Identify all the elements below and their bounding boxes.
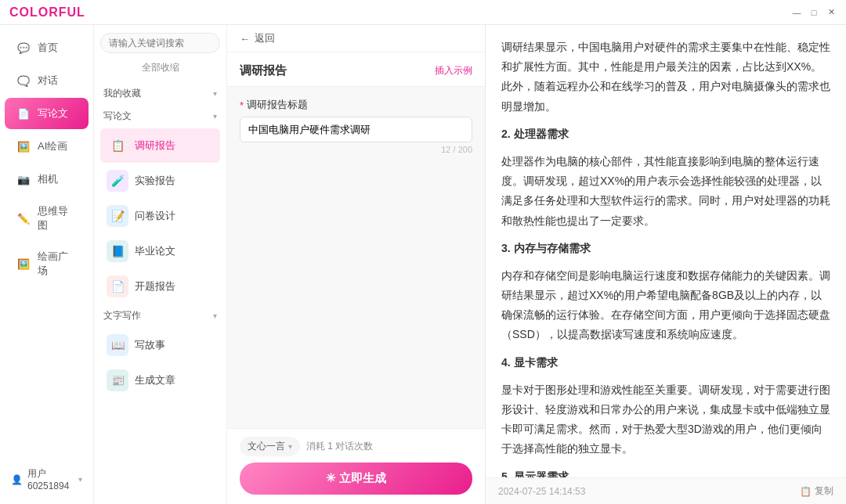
- content-para-4: 内存和存储空间是影响电脑运行速度和数据存储能力的关键因素。调研结果显示，超过XX…: [501, 266, 830, 345]
- form-footer-top: 文心一言 ▾ 消耗 1 对话次数: [240, 437, 472, 456]
- template-article[interactable]: 📰 生成文章: [100, 363, 220, 398]
- template-panel: 全部收缩 我的收藏 ▾ 写论文 ▾ 📋 调研报告 🧪 实验报告 📝 问: [94, 25, 227, 504]
- copy-icon: 📋: [800, 486, 812, 497]
- form-title: 调研报告: [240, 63, 287, 78]
- template-list: 我的收藏 ▾ 写论文 ▾ 📋 调研报告 🧪 实验报告 📝 问卷设计 📘: [94, 79, 226, 504]
- nav-label-camera: 相机: [38, 172, 58, 186]
- article-icon: 📰: [107, 369, 128, 391]
- nav-label-gallery: 绘画广场: [38, 250, 78, 278]
- template-questionnaire-label: 问卷设计: [135, 209, 175, 223]
- field-report-title: * 调研报告标题 12 / 200: [240, 98, 472, 154]
- window-controls: — □ ✕: [791, 7, 837, 18]
- nav-label-write: 写论文: [38, 106, 68, 121]
- title-bar: COLORFUL — □ ✕: [0, 0, 846, 25]
- nav-label-mindmap: 思维导图: [38, 204, 78, 232]
- section-writing[interactable]: 文字写作 ▾: [100, 304, 220, 327]
- copy-button[interactable]: 📋 复制: [800, 484, 833, 498]
- thesis-icon: 📘: [107, 240, 128, 262]
- nav-label-ai-draw: AI绘画: [38, 139, 67, 153]
- form-panel: ← 返回 调研报告 插入示例 * 调研报告标题 12 / 200: [227, 25, 486, 504]
- template-questionnaire[interactable]: 📝 问卷设计: [100, 199, 220, 233]
- collapse-all-button[interactable]: 全部收缩: [94, 58, 226, 79]
- nav-item-dialog[interactable]: 🗨️ 对话: [5, 65, 89, 96]
- search-input[interactable]: [100, 33, 220, 53]
- write-icon: 📄: [16, 106, 31, 121]
- content-para-1: 2. 处理器需求: [501, 124, 830, 144]
- section-writing-label: 文字写作: [103, 309, 141, 322]
- user-label: 用户60251894: [27, 467, 74, 491]
- form-header: 调研报告 插入示例: [227, 52, 485, 87]
- model-chevron-icon: ▾: [288, 442, 292, 451]
- nav-item-gallery[interactable]: 🖼️ 绘画广场: [5, 242, 89, 286]
- content-para-5: 4. 显卡需求: [501, 353, 830, 373]
- template-proposal-label: 开题报告: [135, 279, 175, 293]
- proposal-icon: 📄: [107, 275, 128, 297]
- close-button[interactable]: ✕: [826, 7, 837, 18]
- main-layout: 💬 首页 🗨️ 对话 📄 写论文 🖼️ AI绘画 📷 相机 ✏️ 思维导图 🖼️…: [0, 25, 846, 504]
- char-count: 12 / 200: [240, 145, 472, 154]
- home-icon: 💬: [16, 40, 31, 56]
- nav-item-write[interactable]: 📄 写论文: [5, 98, 89, 129]
- template-research-report[interactable]: 📋 调研报告: [100, 128, 220, 163]
- search-area: [94, 25, 226, 58]
- nav-label-home: 首页: [38, 41, 58, 55]
- template-experiment-label: 实验报告: [135, 174, 175, 188]
- questionnaire-icon: 📝: [107, 205, 128, 227]
- section-paper-label: 写论文: [103, 110, 132, 123]
- nav-item-home[interactable]: 💬 首页: [5, 32, 89, 63]
- ai-model-label: 文心一言: [248, 440, 285, 453]
- generate-button[interactable]: ✳ 立即生成: [240, 463, 472, 495]
- writing-chevron-icon: ▾: [213, 311, 217, 320]
- left-nav: 💬 首页 🗨️ 对话 📄 写论文 🖼️ AI绘画 📷 相机 ✏️ 思维导图 🖼️…: [0, 25, 94, 504]
- nav-label-dialog: 对话: [38, 74, 58, 88]
- content-timestamp: 2024-07-25 14:14:53: [498, 486, 585, 497]
- user-chevron-icon: ▾: [78, 475, 82, 484]
- camera-icon: 📷: [16, 171, 31, 187]
- user-info[interactable]: 👤 用户60251894 ▾: [0, 461, 93, 498]
- content-para-2: 处理器作为电脑的核心部件，其性能直接影响到电脑的整体运行速度。调研发现，超过XX…: [501, 152, 830, 231]
- required-indicator: *: [240, 99, 244, 111]
- back-bar[interactable]: ← 返回: [227, 25, 485, 52]
- template-thesis[interactable]: 📘 毕业论文: [100, 234, 220, 268]
- ai-model-selector[interactable]: 文心一言 ▾: [240, 437, 300, 456]
- maximize-button[interactable]: □: [808, 7, 819, 18]
- minimize-button[interactable]: —: [791, 7, 802, 18]
- content-body: 调研结果显示，中国电脑用户对硬件的需求主要集中在性能、稳定性和扩展性方面。其中，…: [486, 25, 846, 477]
- back-label: 返回: [255, 31, 275, 45]
- user-avatar-icon: 👤: [11, 474, 23, 485]
- research-report-icon: 📋: [107, 135, 128, 157]
- app-logo: COLORFUL: [9, 5, 85, 20]
- gallery-icon: 🖼️: [16, 256, 31, 272]
- story-icon: 📖: [107, 334, 128, 356]
- section-favorites-label: 我的收藏: [103, 87, 141, 100]
- template-story-label: 写故事: [135, 338, 165, 352]
- nav-item-mindmap[interactable]: ✏️ 思维导图: [5, 196, 89, 240]
- content-footer: 2024-07-25 14:14:53 📋 复制: [486, 477, 846, 504]
- template-research-label: 调研报告: [135, 139, 175, 153]
- token-info: 消耗 1 对话次数: [306, 440, 373, 453]
- template-story[interactable]: 📖 写故事: [100, 328, 220, 362]
- content-para-6: 显卡对于图形处理和游戏性能至关重要。调研发现，对于需要进行图形设计、轻度游戏和日…: [501, 380, 830, 459]
- template-article-label: 生成文章: [135, 373, 175, 387]
- content-para-7: 5. 显示器需求: [501, 467, 830, 477]
- nav-item-ai-draw[interactable]: 🖼️ AI绘画: [5, 131, 89, 162]
- section-paper[interactable]: 写论文 ▾: [100, 105, 220, 128]
- insert-example-button[interactable]: 插入示例: [435, 64, 472, 77]
- mindmap-icon: ✏️: [16, 211, 31, 226]
- form-body: * 调研报告标题 12 / 200: [227, 87, 485, 428]
- template-experiment-report[interactable]: 🧪 实验报告: [100, 164, 220, 198]
- experiment-report-icon: 🧪: [107, 170, 128, 192]
- report-title-input[interactable]: [240, 117, 472, 142]
- content-para-0: 调研结果显示，中国电脑用户对硬件的需求主要集中在性能、稳定性和扩展性方面。其中，…: [501, 38, 830, 117]
- template-thesis-label: 毕业论文: [135, 244, 175, 258]
- content-panel: 调研结果显示，中国电脑用户对硬件的需求主要集中在性能、稳定性和扩展性方面。其中，…: [486, 25, 846, 504]
- template-proposal[interactable]: 📄 开题报告: [100, 269, 220, 304]
- content-para-3: 3. 内存与存储需求: [501, 239, 830, 258]
- nav-item-camera[interactable]: 📷 相机: [5, 164, 89, 195]
- field-label-report-title: * 调研报告标题: [240, 98, 472, 112]
- dialog-icon: 🗨️: [16, 73, 31, 88]
- ai-draw-icon: 🖼️: [16, 139, 31, 154]
- back-arrow-icon: ←: [240, 33, 250, 45]
- favorites-chevron-icon: ▾: [213, 89, 217, 98]
- section-favorites[interactable]: 我的收藏 ▾: [100, 82, 220, 105]
